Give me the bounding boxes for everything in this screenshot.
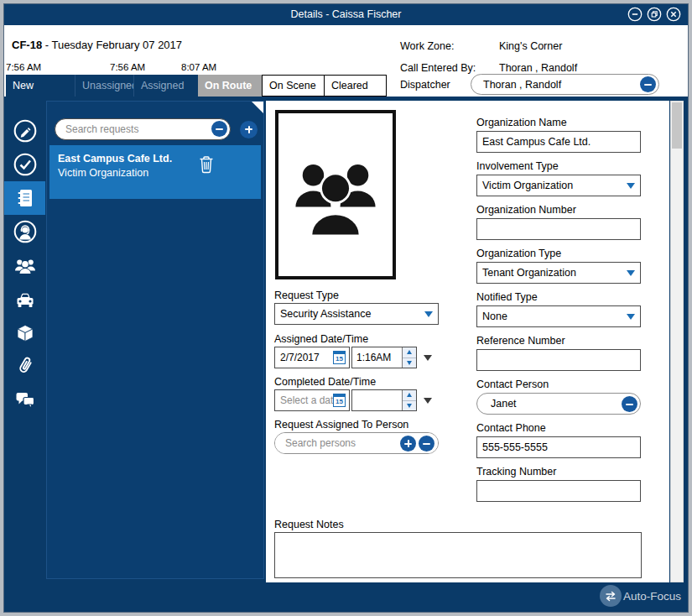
- chevron-down-icon: [627, 183, 635, 189]
- sidebar-item-attachments[interactable]: [4, 349, 45, 383]
- tracking-number-input[interactable]: [476, 480, 641, 502]
- tab-unassigned[interactable]: Unassigned: [75, 75, 133, 97]
- time-onroute: 8:07 AM: [181, 62, 216, 72]
- window-title: Details - Caissa Fischer: [4, 8, 688, 20]
- organization-photo[interactable]: [275, 110, 396, 279]
- remove-person-button[interactable]: [419, 436, 434, 452]
- reference-number-label: Reference Number: [476, 335, 641, 347]
- assigned-date-field[interactable]: 2/7/2017 15: [274, 347, 350, 368]
- request-type-value: Security Assistance: [280, 308, 371, 320]
- tracking-number-label: Tracking Number: [476, 466, 641, 478]
- dispatcher-remove-button[interactable]: [640, 76, 656, 92]
- arrow-up-icon: [407, 350, 412, 354]
- organization-type-select[interactable]: Tenant Organization: [476, 262, 641, 284]
- involvement-type-label: Involvement Type: [476, 160, 641, 173]
- vertical-scrollbar[interactable]: [670, 101, 684, 582]
- assigned-person-search: [274, 432, 439, 454]
- tab-new[interactable]: New: [6, 75, 75, 97]
- car-icon: [13, 286, 38, 311]
- completed-time-field[interactable]: [351, 389, 417, 411]
- sidebar-item-dispatch[interactable]: [4, 215, 45, 248]
- sidebar-item-tasks[interactable]: [4, 148, 45, 181]
- requests-search-row: [55, 118, 258, 140]
- completed-datetime-label: Completed Date/Time: [274, 376, 376, 388]
- auto-focus-label: Auto-Focus: [623, 590, 681, 603]
- auto-focus-button[interactable]: [600, 585, 622, 607]
- tab-on-scene[interactable]: On Scene: [262, 75, 325, 97]
- pencil-icon: [13, 118, 38, 144]
- add-person-button[interactable]: [400, 436, 416, 452]
- paperclip-icon: [13, 353, 38, 378]
- sidebar: [4, 97, 45, 612]
- search-requests-input[interactable]: [55, 118, 231, 140]
- assigned-date-value: 2/7/2017: [280, 352, 333, 363]
- chevron-down-icon: [627, 314, 635, 320]
- case-date: - Tuesday February 07 2017: [42, 39, 182, 51]
- organization-name-input[interactable]: [476, 131, 641, 153]
- case-id: CF-18: [12, 39, 42, 51]
- request-notes-textarea[interactable]: [274, 532, 642, 578]
- add-request-button[interactable]: [240, 121, 258, 138]
- completed-time-value: [352, 390, 402, 410]
- swap-arrows-icon: [604, 591, 617, 602]
- request-type-select[interactable]: Security Assistance: [274, 303, 439, 325]
- time-dropdown-button[interactable]: [424, 398, 432, 404]
- calendar-icon[interactable]: 15: [333, 394, 346, 407]
- notified-type-select[interactable]: None: [476, 305, 641, 327]
- time-dropdown-button[interactable]: [424, 355, 432, 361]
- spinner-up-button[interactable]: [403, 347, 416, 358]
- contact-person-label: Contact Person: [476, 378, 641, 391]
- window-frame: Details - Caissa Fischer CF-18 - Tuesday…: [0, 0, 692, 616]
- sidebar-item-edit[interactable]: [4, 114, 45, 148]
- contact-phone-label: Contact Phone: [476, 422, 641, 435]
- tab-cleared[interactable]: Cleared: [325, 75, 387, 97]
- organization-type-label: Organization Type: [476, 248, 641, 260]
- request-type-label: Request Type: [274, 290, 339, 301]
- spinner-up-button[interactable]: [403, 390, 416, 401]
- request-notes-label: Request Notes: [274, 519, 344, 530]
- calendar-icon[interactable]: 15: [333, 351, 346, 364]
- organization-number-input[interactable]: [476, 218, 641, 240]
- clear-search-button[interactable]: [211, 121, 227, 137]
- request-list-item[interactable]: East Campus Cafe Ltd. Victim Organizatio…: [49, 145, 261, 199]
- sidebar-item-people[interactable]: [4, 248, 45, 282]
- sidebar-item-journal[interactable]: [4, 181, 45, 215]
- remove-contact-button[interactable]: [622, 396, 637, 412]
- group-photo-icon: [289, 151, 382, 238]
- sidebar-item-comments[interactable]: [4, 383, 45, 416]
- spinner-down-button[interactable]: [403, 401, 416, 411]
- dispatcher-combobox[interactable]: Thoran , Randolf: [471, 74, 659, 95]
- minimize-button[interactable]: [627, 7, 643, 22]
- arrow-down-icon: [407, 404, 412, 408]
- contact-phone-input[interactable]: [476, 436, 641, 458]
- request-item-title: East Campus Cafe Ltd.: [58, 153, 252, 164]
- chat-icon: [13, 387, 38, 412]
- titlebar[interactable]: Details - Caissa Fischer: [4, 4, 688, 25]
- organization-fields: Organization Name Involvement Type Victi…: [476, 117, 641, 509]
- spinner-down-button[interactable]: [403, 358, 416, 368]
- people-group-icon: [13, 253, 38, 278]
- headset-icon: [13, 219, 38, 244]
- tab-assigned[interactable]: Assigned: [133, 75, 198, 97]
- close-button[interactable]: [666, 7, 681, 22]
- panel-corner-fold[interactable]: [252, 102, 263, 113]
- sidebar-item-vehicles[interactable]: [4, 282, 45, 316]
- contact-person-combobox[interactable]: Janet: [476, 393, 641, 415]
- involvement-type-select[interactable]: Victim Organization: [476, 175, 641, 196]
- tab-on-route[interactable]: On Route: [198, 75, 262, 97]
- chevron-down-icon: [627, 270, 635, 276]
- organization-number-label: Organization Number: [476, 204, 641, 217]
- time-assigned: 7:56 AM: [110, 62, 145, 72]
- case-title: CF-18 - Tuesday February 07 2017: [12, 39, 182, 51]
- reference-number-input[interactable]: [476, 349, 641, 371]
- time-spinner: [402, 390, 416, 410]
- completed-date-field[interactable]: Select a dat 15: [274, 389, 350, 411]
- completed-datetime-row: Select a dat 15: [274, 389, 432, 411]
- package-icon: [13, 320, 38, 345]
- restore-button[interactable]: [647, 7, 662, 22]
- assigned-time-field[interactable]: 1:16AM: [351, 347, 417, 368]
- scrollbar-thumb[interactable]: [672, 102, 682, 149]
- trash-icon: [198, 155, 215, 174]
- delete-request-button[interactable]: [198, 155, 215, 177]
- sidebar-item-property[interactable]: [4, 316, 45, 349]
